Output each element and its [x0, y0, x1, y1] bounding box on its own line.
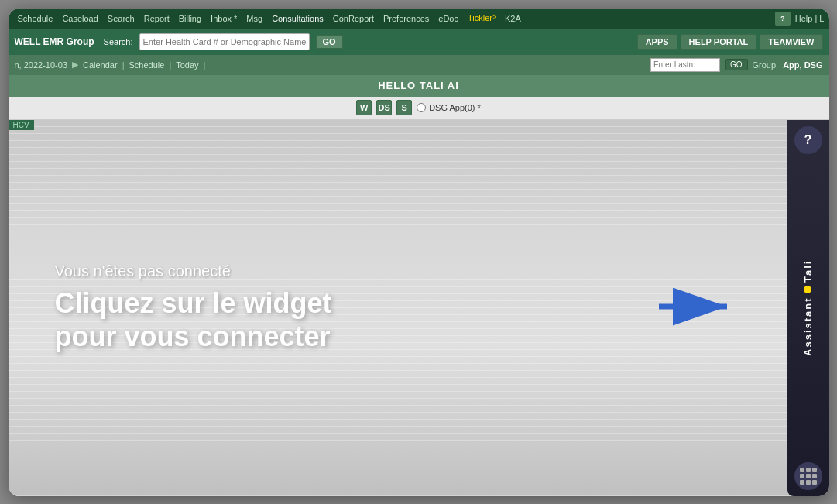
breadcrumb-today[interactable]: Today	[176, 60, 198, 70]
hello-text: HELLO TALI AI	[378, 80, 459, 91]
menu-item-billing[interactable]: Billing	[174, 14, 206, 23]
not-connected-text: Vous n'êtes pas connecté	[55, 262, 332, 280]
click-widget-line2: pour vous connecter	[55, 321, 331, 352]
breadcrumb-right: GO Group: App, DSG	[650, 58, 823, 72]
tali-logo-dot	[804, 286, 812, 293]
help-icon: ?	[775, 12, 791, 26]
apps-button[interactable]: APPS	[637, 34, 677, 50]
main-text-block: Vous n'êtes pas connecté Cliquez sur le …	[55, 262, 332, 353]
grid-dot-6	[812, 474, 817, 478]
search-go-button[interactable]: GO	[316, 35, 343, 49]
hcv-tag: HCV	[9, 120, 34, 130]
menu-item-msg[interactable]: Msg	[242, 14, 267, 23]
tali-question-button[interactable]: ?	[794, 126, 822, 154]
hello-bar: HELLO TALI AI	[9, 75, 829, 97]
menu-item-schedule[interactable]: Schedule	[13, 14, 58, 23]
top-right-buttons: APPS HELP PORTAL TEAMVIEW	[637, 34, 823, 50]
grid-dot-1	[800, 468, 804, 472]
breadcrumb-sep-1: ▶	[72, 60, 78, 70]
menu-item-search[interactable]: Search	[103, 14, 139, 23]
grid-dot-3	[812, 468, 817, 472]
toolbar-bar: W DS S DSG App(0) *	[9, 97, 829, 120]
tali-label: Tali	[802, 260, 814, 283]
arrow-container	[659, 283, 736, 333]
menu-item-edoc[interactable]: eDoc	[434, 14, 463, 23]
help-portal-button[interactable]: HELP PORTAL	[681, 34, 757, 50]
menu-item-preferences[interactable]: Preferences	[379, 14, 434, 23]
toolbar-w-button[interactable]: W	[356, 100, 372, 115]
breadcrumb-bar: n, 2022-10-03 ▶ Calendar | Schedule | To…	[9, 55, 829, 75]
hcv-label: HCV	[13, 121, 29, 129]
tali-vertical-text: Assistant Tali	[802, 260, 814, 356]
teamview-button[interactable]: TEAMVIEW	[760, 34, 822, 50]
grid-dot-2	[806, 468, 811, 472]
menu-right: ? Help | L	[775, 12, 825, 26]
grid-dot-5	[806, 474, 811, 478]
toolbar-ds-button[interactable]: DS	[376, 100, 392, 115]
tali-grid-button[interactable]	[794, 462, 822, 490]
search-label: Search:	[104, 37, 133, 46]
toolbar-radio-group[interactable]: DSG App(0) *	[417, 103, 481, 112]
grid-dot-7	[800, 480, 804, 485]
lastname-go-button[interactable]: GO	[725, 59, 748, 70]
breadcrumb-calendar[interactable]: Calendar	[83, 60, 118, 70]
search-input[interactable]	[139, 33, 310, 50]
grid-dot-9	[812, 480, 817, 485]
tali-vertical-text-container: Assistant Tali	[802, 160, 814, 456]
search-bar: WELL EMR Group Search: GO APPS HELP PORT…	[9, 29, 829, 55]
menu-item-report[interactable]: Report	[139, 14, 174, 23]
breadcrumb-pipe-2: |	[169, 60, 171, 70]
toolbar-s-button[interactable]: S	[396, 100, 412, 115]
breadcrumb-pipe-1: |	[122, 60, 125, 70]
menu-help-text[interactable]: Help | L	[795, 14, 825, 23]
click-widget-text: Cliquez sur le widget pour vous connecte…	[55, 286, 332, 353]
menu-item-conreport[interactable]: ConReport	[328, 14, 379, 23]
dsg-label: DSG App(0) *	[429, 103, 481, 112]
emr-group-label: WELL EMR Group	[15, 36, 94, 47]
breadcrumb-date: n, 2022-10-03	[15, 60, 68, 70]
menu-item-tickler[interactable]: Tickler⁵	[463, 13, 500, 23]
menu-item-k2a[interactable]: K2A	[500, 14, 526, 23]
menu-item-consultations[interactable]: Consultations	[267, 14, 328, 23]
menu-bar: Schedule Caseload Search Report Billing …	[9, 9, 829, 29]
breadcrumb-pipe-3: |	[204, 60, 206, 70]
main-window: Schedule Caseload Search Report Billing …	[9, 9, 829, 496]
menu-item-caseload[interactable]: Caseload	[57, 14, 102, 23]
group-value: App, DSG	[783, 60, 822, 70]
grid-icon	[800, 468, 817, 485]
breadcrumb-schedule[interactable]: Schedule	[129, 60, 165, 70]
tali-widget[interactable]: ? Assistant Tali	[787, 120, 829, 496]
dsg-radio[interactable]	[417, 103, 426, 112]
grid-dot-8	[806, 480, 811, 485]
group-label: Group:	[753, 60, 779, 70]
lastname-input[interactable]	[650, 58, 720, 72]
menu-item-inbox[interactable]: Inbox *	[206, 14, 242, 23]
assistant-label: Assistant	[802, 297, 814, 356]
grid-dot-4	[800, 474, 804, 478]
main-content: HCV Vous n'êtes pas connecté Cliquez sur…	[9, 120, 829, 496]
click-widget-line1: Cliquez sur le widget	[55, 287, 332, 319]
arrow-icon	[659, 283, 736, 330]
